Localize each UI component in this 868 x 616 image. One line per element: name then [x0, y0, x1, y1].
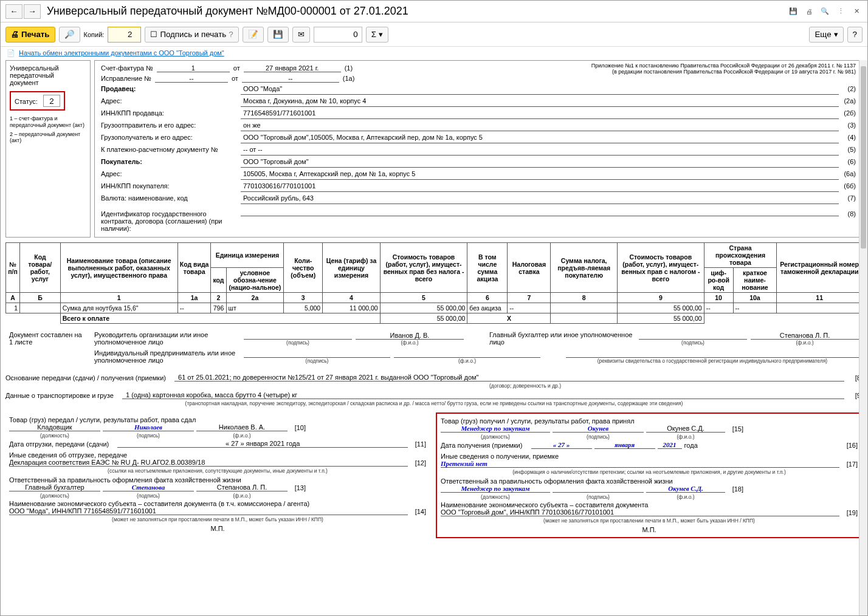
left-fio: Николаев В. А.: [196, 423, 288, 431]
zero-input[interactable]: [314, 27, 362, 43]
isp-label: Исправление №: [101, 75, 151, 82]
copies-input[interactable]: [108, 27, 141, 43]
total-row: Всего к оплате 55 000,00X 55 000,00: [6, 313, 863, 324]
titlebar: ← → Универсальный передаточный документ …: [1, 1, 867, 22]
status-h3: документ: [10, 79, 86, 86]
field-num: (8): [839, 210, 856, 217]
print-icon[interactable]: 🖨: [803, 5, 815, 18]
field-label: Покупатель:: [101, 158, 241, 165]
right-header: Товар (груз) получил / услуги, результат…: [441, 417, 858, 425]
menu-icon[interactable]: ⋮: [835, 5, 847, 18]
status-label: Статус:: [15, 98, 38, 105]
ip-label: Индивидуальный предприниматель или иное …: [94, 349, 240, 364]
left-other: Декларация соответствия ЕАЭС № RU Д- RU.…: [9, 459, 408, 467]
right-date-d: « 27 »: [531, 441, 592, 449]
field-value: ООО "Торговый дом",105005, Москва г, Апт…: [241, 134, 839, 143]
field-label: Грузополучатель и его адрес:: [101, 134, 241, 141]
forward-button[interactable]: →: [24, 4, 41, 19]
th-qty: Коли-чество (объем): [284, 243, 323, 293]
item-row: 1 Сумка для ноутбука 15,6"-- 796шт 5,000…: [6, 303, 863, 313]
right-resp-pos: Менеджер по закупкам: [441, 485, 550, 493]
mail-button[interactable]: ✉: [292, 27, 310, 43]
sf-label: Счет-фактура №: [101, 64, 153, 72]
disk-button[interactable]: 💾: [267, 27, 289, 43]
field-num: (2): [839, 85, 856, 92]
left-resp-sig: Степанова: [103, 484, 194, 491]
th-name: Наименование товара (описание выполненны…: [60, 243, 177, 293]
field-num: (5): [839, 146, 856, 153]
document-icon: 📄: [7, 49, 15, 58]
window-title: Универсальный передаточный документ №МД0…: [47, 5, 787, 18]
transport-label: Данные о транспортировке и грузе: [5, 392, 114, 399]
status-panel: Универсальный передаточный документ Стат…: [5, 60, 91, 238]
right-resp-fio: Окунев С.Д.: [646, 485, 725, 493]
doc-pages: Документ составлен на 1 листе: [9, 331, 82, 368]
field-value: 7701030616/770101001: [241, 182, 839, 192]
right-mp: М.П.: [441, 526, 858, 533]
th-vid: Код вида товара: [177, 243, 211, 293]
field-label: ИНН/КПП продавца:: [101, 109, 241, 117]
left-sig: Николаев: [103, 423, 194, 431]
field-num: (6б): [839, 182, 856, 190]
field-num: (6а): [839, 170, 856, 177]
field-value: 7716548591/771601001: [241, 109, 839, 119]
th-tax: Сумма налога, предъяв-ляемая покупателю: [551, 243, 617, 293]
right-pos: Менеджер по закупкам: [441, 425, 550, 433]
save-icon[interactable]: 💾: [787, 5, 799, 18]
basis-label: Основание передачи (сдачи) / получения (…: [5, 374, 166, 382]
th-price: Цена (тариф) за единицу измерения: [323, 243, 381, 293]
field-value: ООО "Мода": [241, 85, 839, 95]
more-button[interactable]: Еще ▾: [809, 27, 843, 43]
field-value: Российский рубль, 643: [241, 194, 839, 204]
field-label: Валюта: наименование, код: [101, 194, 241, 202]
ruk-fio: Иванов Д. В.: [356, 332, 464, 340]
right-date-y: 2021: [658, 441, 682, 449]
th-total: Стоимость товаров (работ, услуг), имущес…: [617, 243, 704, 293]
edit-button[interactable]: 📝: [243, 27, 264, 43]
help-button[interactable]: ?: [847, 27, 863, 43]
left-column: Товар (груз) передал / услуги, результат…: [5, 412, 430, 538]
preview-button[interactable]: 🔎: [59, 27, 80, 43]
status-h1: Универсальный: [10, 64, 86, 72]
isp-num: --: [155, 75, 228, 83]
sign-print-button[interactable]: ☐ Подпись и печать ?: [145, 27, 238, 43]
close-icon[interactable]: ✕: [850, 5, 863, 18]
field-label: К платежно-расчетному документу №: [101, 146, 241, 153]
field-label: Адрес:: [101, 97, 241, 104]
left-header: Товар (груз) передал / услуги, результат…: [9, 416, 426, 423]
back-button[interactable]: ←: [5, 4, 22, 19]
field-label: Продавец:: [101, 85, 241, 92]
sigma-button[interactable]: Σ ▾: [366, 27, 388, 43]
sf-num: 1: [157, 64, 230, 72]
edo-link[interactable]: Начать обмен электронными документами с …: [19, 49, 224, 56]
status-hint2: 2 – передаточный документ (акт): [10, 131, 86, 145]
th-akc: В том числе сумма акциза: [467, 243, 508, 293]
field-value: ООО "Торговый дом": [241, 158, 839, 168]
right-sig: Окунев: [553, 425, 644, 433]
right-date-m: января: [594, 441, 655, 449]
basis-value: 61 от 25.01.2021; по доверенности №125/2…: [174, 374, 844, 382]
right-fio: Окунев С.Д.: [646, 425, 725, 433]
preview-icon[interactable]: 🔍: [819, 5, 831, 18]
left-econ: ООО "Мода", ИНН/КПП 7716548591/771601001: [9, 507, 408, 515]
glb-fio: Степанова Л. П.: [751, 332, 859, 340]
th-num: № п/п: [6, 243, 20, 293]
field-label: Идентификатор государственного контракта…: [101, 210, 241, 232]
sf-date: 27 января 2021 г.: [244, 64, 341, 72]
vertical-scrollbar[interactable]: [859, 60, 867, 615]
status-input[interactable]: [43, 95, 60, 107]
left-resp-pos: Главный бухгалтер: [9, 484, 100, 491]
field-value: 105005, Москва г, Аптекарский пер, дом №…: [241, 170, 839, 180]
print-button[interactable]: 🖨 Печать: [5, 27, 55, 43]
left-date: « 27 » января 2021 года: [117, 440, 408, 448]
field-value: -- от --: [241, 146, 839, 156]
items-table: № п/п Код товара/ работ, услуг Наименова…: [5, 242, 863, 324]
right-econ: ООО "Торговый дом", ИНН/КПП 7701030616/7…: [441, 508, 839, 516]
toolbar: 🖨 Печать 🔎 Копий: ☐ Подпись и печать ? 📝…: [1, 22, 867, 47]
glb-label: Главный бухгалтер или иное уполномоченно…: [489, 331, 635, 346]
field-label: Адрес:: [101, 170, 241, 177]
transport-value: 1 (одна) картонная коробка, масса брутто…: [122, 391, 844, 399]
right-resp-sig: [553, 492, 644, 493]
th-rate: Налоговая ставка: [508, 243, 551, 293]
field-value: [241, 207, 839, 216]
